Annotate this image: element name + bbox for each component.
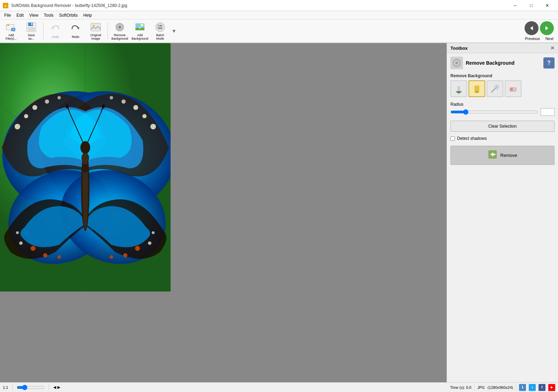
status-right: Time (s): 0.0 JPG (1280x960x24) ℹ t f ▶ [450, 384, 555, 391]
format-label: JPG [477, 385, 485, 390]
tool-icon [450, 57, 463, 69]
undo-label: Undo [52, 35, 59, 39]
svg-point-43 [110, 96, 113, 99]
svg-marker-24 [545, 26, 548, 30]
toolbox-title: Toolbox [450, 46, 468, 51]
svg-marker-23 [530, 26, 533, 30]
title-bar: S SoftOrbits Background Remover - butter… [0, 0, 558, 11]
info-icon[interactable]: ℹ [519, 384, 526, 391]
add-files-icon: + [6, 22, 17, 33]
detect-shadows-checkbox[interactable] [450, 136, 455, 141]
radius-label: Radius [450, 102, 555, 107]
status-separator-2 [49, 384, 49, 391]
remove-background-label: Remove Background [111, 33, 128, 40]
canvas-area[interactable] [0, 43, 447, 382]
redo-button[interactable]: Redo [66, 21, 85, 41]
svg-rect-8 [31, 23, 32, 25]
nav-labels: Previous Next [525, 37, 553, 41]
svg-point-22 [157, 27, 159, 29]
svg-point-60 [66, 104, 69, 109]
svg-point-48 [123, 253, 127, 257]
twitter-icon[interactable]: t [529, 384, 536, 391]
magic-wand-button[interactable] [487, 80, 503, 97]
svg-point-49 [110, 255, 113, 259]
svg-text:+: + [139, 26, 141, 30]
save-as-icon [26, 22, 37, 33]
menu-file[interactable]: File [1, 11, 14, 19]
save-as-button[interactable]: Save as... [22, 21, 41, 41]
remove-button[interactable]: Remove [450, 146, 555, 165]
left-arrow-icon[interactable]: ◀ [53, 385, 56, 390]
svg-point-37 [45, 99, 49, 104]
zoom-control: 1:1 [3, 385, 8, 390]
toolbar: + Add File(s)... Save as... Undo [0, 19, 558, 43]
zoom-slider[interactable] [17, 385, 45, 390]
undo-button[interactable]: Undo [46, 21, 65, 41]
svg-point-62 [80, 141, 90, 154]
status-separator-3 [474, 384, 474, 391]
menu-bar: File Edit View Tools SoftOrbits Help [0, 11, 558, 19]
add-background-button[interactable]: + Add Background [130, 21, 150, 41]
image-canvas[interactable] [0, 43, 171, 291]
radius-input[interactable]: 16 [541, 108, 555, 116]
svg-point-47 [135, 246, 140, 251]
svg-point-51 [16, 231, 19, 234]
right-arrow-icon[interactable]: ▶ [57, 385, 60, 390]
next-label: Next [545, 37, 553, 41]
tool-title: Remove Background [466, 60, 541, 66]
close-button[interactable]: ✕ [539, 0, 555, 11]
radius-slider[interactable] [450, 109, 539, 115]
add-files-button[interactable]: + Add File(s)... [1, 21, 21, 41]
facebook-icon[interactable]: f [539, 384, 545, 391]
svg-point-63 [81, 153, 89, 163]
svg-marker-9 [51, 27, 54, 29]
svg-text:+: + [13, 28, 14, 31]
status-separator-4 [516, 384, 516, 391]
svg-point-53 [152, 231, 155, 234]
toolbox-close-button[interactable]: ✕ [550, 45, 555, 51]
svg-point-61 [102, 104, 105, 109]
undo-icon [50, 23, 61, 34]
add-background-label: Add Background [132, 33, 148, 40]
detect-shadows-section: Detect shadows [450, 136, 555, 141]
original-image-label: Original Image [90, 33, 101, 40]
minimize-button[interactable]: ─ [507, 0, 523, 11]
original-image-button[interactable]: Original Image [86, 21, 105, 41]
maximize-button[interactable]: □ [523, 0, 539, 11]
redo-icon [70, 23, 81, 34]
menu-help[interactable]: Help [80, 11, 95, 19]
remove-background-button[interactable]: Remove Background [110, 21, 129, 41]
expand-toolbar-button[interactable]: ▼ [171, 21, 178, 41]
svg-point-67 [455, 62, 458, 64]
svg-point-34 [15, 124, 20, 129]
time-label: Time (s): 0.0 [450, 385, 471, 390]
svg-rect-74 [474, 86, 479, 91]
svg-rect-70 [457, 86, 460, 91]
batch-mode-button[interactable]: Batch Mode [150, 21, 170, 41]
add-files-label: Add File(s)... [6, 33, 17, 40]
help-button[interactable]: ? [543, 57, 555, 69]
separator-1 [43, 22, 44, 40]
section-label: Remove Background [450, 73, 555, 78]
menu-softorbits[interactable]: SoftOrbits [56, 11, 80, 19]
toolbox-header: Toolbox ✕ [447, 43, 558, 53]
menu-tools[interactable]: Tools [41, 11, 56, 19]
menu-view[interactable]: View [26, 11, 41, 19]
next-button[interactable] [540, 21, 554, 35]
svg-point-35 [24, 114, 28, 118]
clear-selection-button[interactable]: Clear Selection [450, 121, 555, 132]
remove-brush-button[interactable] [469, 80, 485, 97]
keep-brush-button[interactable] [450, 80, 467, 97]
menu-edit[interactable]: Edit [14, 11, 26, 19]
svg-marker-10 [77, 27, 80, 29]
svg-point-21 [157, 24, 159, 26]
separator-2 [108, 22, 108, 40]
radius-control: 16 [450, 108, 555, 116]
dimensions-label: (1280x960x24) [488, 385, 513, 390]
svg-text:S: S [5, 5, 7, 8]
youtube-icon[interactable]: ▶ [548, 384, 555, 391]
batch-mode-label: Batch Mode [156, 33, 164, 40]
prev-button[interactable] [525, 21, 539, 35]
prev-label: Previous [525, 37, 540, 41]
clear-brush-button[interactable] [505, 80, 521, 97]
